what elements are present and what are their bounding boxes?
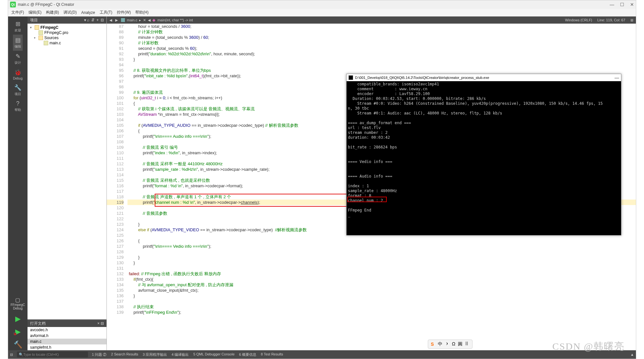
menu-item[interactable]: 编辑(E) [27, 9, 43, 16]
title-bar: Qt main.c @ FFmpegC - Qt Creator — ☐ ✕ [8, 0, 636, 9]
console-output[interactable]: compatible_brands: isomiso2avc1mp41 comm… [347, 81, 621, 235]
output-expand-icon[interactable]: ▲ [630, 353, 634, 356]
watermark: CSDN @韩曙亮 [552, 340, 625, 353]
nav-back-icon[interactable]: ◀ [109, 18, 112, 22]
menu-item[interactable]: 构建(B) [44, 9, 61, 16]
run-button[interactable]: ▶ [15, 313, 21, 324]
close-button[interactable]: ✕ [630, 2, 634, 7]
mode-编辑[interactable]: ▤编辑 [13, 35, 22, 51]
console-icon [349, 75, 353, 80]
open-documents-list[interactable]: avcodec.havformat.hmain.csamplefmt.h [28, 327, 106, 350]
line-col-indicator[interactable]: Line: 119, Col: 67 [597, 18, 625, 22]
split-editor-icon[interactable]: ⊞ [630, 18, 633, 22]
tree-node[interactable]: ▾Sources [28, 35, 106, 40]
menu-item[interactable]: 文件(F) [9, 9, 26, 16]
function-crumb[interactable]: main(int, char **) -> int [157, 18, 193, 22]
mode-bar: ⊞欢迎▤编辑✎设计🐞Debug🔧项目?帮助 ▢ FFmpegC Debug ▶ … [8, 16, 28, 350]
tree-node[interactable]: main.c [28, 40, 106, 46]
kit-selector[interactable]: ▢ FFmpegC Debug [11, 296, 25, 311]
close-output-icon[interactable]: ⊟ [10, 353, 13, 357]
window-title: main.c @ FFmpegC - Qt Creator [18, 2, 74, 7]
console-minimize-button[interactable]: — [615, 75, 619, 80]
menu-item[interactable]: 工具(T) [98, 9, 114, 16]
editor-toolbar: ◀ ▶ main.c ▸✕◀ ◆ main(int, char **) -> i… [107, 16, 636, 24]
menu-bar: 文件(F)编辑(E)构建(B)调试(D)Analyze工具(T)控件(W)帮助(… [8, 9, 636, 16]
side-panel: 项目 ▾ ⌕ ⇵ + ⊟ ▾FFmpegCFFmpegC.pro▾Sources… [28, 16, 107, 350]
output-tab[interactable]: 6 概要信息 [239, 352, 256, 357]
tree-node[interactable]: FFmpegC.pro [28, 30, 106, 35]
split-icon[interactable]: ⊟ [101, 18, 104, 22]
link-icon[interactable]: ⇵ [91, 18, 94, 22]
project-panel-header: 项目 ▾ ⌕ ⇵ + ⊟ [28, 16, 106, 24]
mode-Debug[interactable]: 🐞Debug [13, 67, 22, 82]
highlight-box-console [347, 197, 387, 202]
build-button[interactable]: 🔨 [14, 339, 22, 350]
ime-toolbar[interactable]: S 中᠈Ω圓⠿ [428, 340, 472, 349]
mode-欢迎[interactable]: ⊞欢迎 [13, 18, 22, 35]
output-tab[interactable]: 2 Search Results [111, 352, 138, 357]
open-doc-item[interactable]: samplefmt.h [28, 344, 106, 350]
file-crumb[interactable]: main.c [127, 18, 137, 22]
console-title-bar: D:\001_Develop\018_Qt\Qt\Qt5.14.2\Tools\… [347, 74, 621, 81]
output-tab[interactable]: 5 QML Debugger Console [193, 352, 234, 357]
ime-logo-icon: S [431, 342, 434, 347]
maximize-button[interactable]: ☐ [620, 2, 624, 7]
add-icon[interactable]: + [96, 18, 99, 22]
filter-icon[interactable]: ▾ ⌕ [84, 18, 89, 22]
function-icon: ◆ [152, 18, 155, 22]
console-window: D:\001_Develop\018_Qt\Qt\Qt5.14.2\Tools\… [346, 74, 621, 235]
output-tab[interactable]: 8 Test Results [261, 352, 283, 357]
output-tab[interactable]: 3 应用程序输出 [143, 352, 167, 357]
menu-item[interactable]: 控件(W) [115, 9, 133, 16]
locator-bar: ⊟ 🔍 Type to locate (Ctrl+K) 1 问题 ②2 Sear… [8, 350, 636, 359]
locator-input[interactable]: 🔍 Type to locate (Ctrl+K) [17, 352, 88, 357]
output-tab[interactable]: 4 编译输出 [172, 352, 189, 357]
mode-项目[interactable]: 🔧项目 [13, 82, 22, 98]
project-tree[interactable]: ▾FFmpegCFFmpegC.pro▾Sourcesmain.c [28, 24, 106, 319]
menu-item[interactable]: Analyze [79, 10, 97, 16]
encoding-indicator[interactable]: Windows (CRLF) [565, 18, 592, 22]
open-docs-header: 打开文档 × ⊟ [28, 320, 106, 327]
open-doc-item[interactable]: avformat.h [28, 333, 106, 339]
menu-item[interactable]: 调试(D) [61, 9, 79, 16]
nav-fwd-icon[interactable]: ▶ [115, 18, 118, 22]
minimize-button[interactable]: — [610, 2, 614, 7]
qt-logo-icon: Qt [10, 2, 16, 7]
mode-帮助[interactable]: ?帮助 [13, 98, 22, 114]
open-doc-item[interactable]: avcodec.h [28, 327, 106, 333]
open-doc-item[interactable]: main.c [28, 339, 106, 344]
close-doc-icon[interactable]: × ⊟ [97, 321, 104, 326]
menu-item[interactable]: 帮助(H) [133, 9, 150, 16]
console-title-text: D:\001_Develop\018_Qt\Qt\Qt5.14.2\Tools\… [355, 76, 489, 80]
run-debug-button[interactable]: ▶🐞 [15, 326, 21, 337]
mode-设计[interactable]: ✎设计 [13, 51, 22, 67]
output-tab[interactable]: 1 问题 ② [92, 352, 106, 357]
tree-node[interactable]: ▾FFmpegC [28, 25, 106, 30]
file-icon [121, 18, 125, 22]
